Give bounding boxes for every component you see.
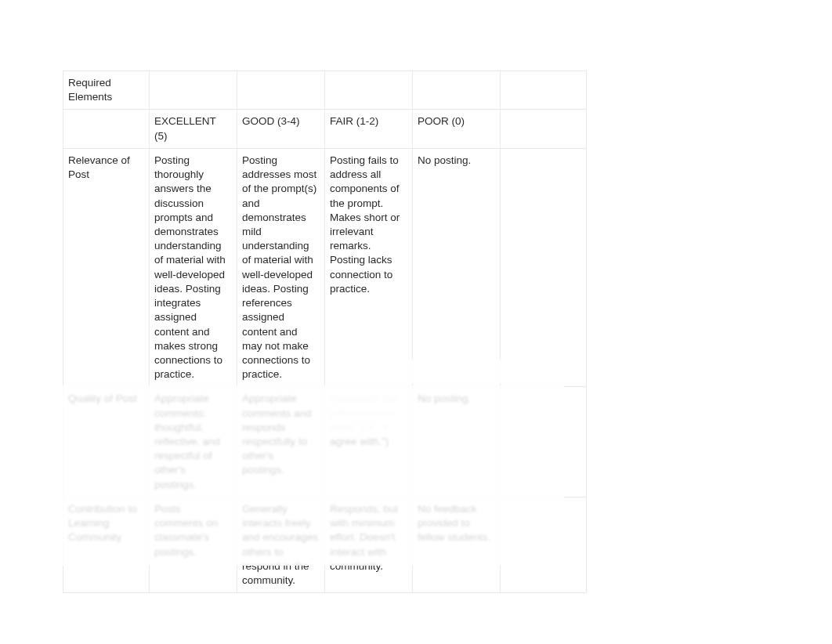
criteria-label: Relevance of Post bbox=[63, 148, 150, 387]
empty-cell bbox=[501, 387, 587, 497]
rubric-row-contribution: Contribution to Learning Community Posts… bbox=[63, 497, 587, 592]
cell-fair: Responds, but with minimum effort. Doesn… bbox=[325, 497, 413, 592]
cell-poor: No posting. bbox=[413, 148, 501, 387]
level-fair: FAIR (1-2) bbox=[325, 110, 413, 148]
cell-good: Posting addresses most of the prompt(s) … bbox=[237, 148, 325, 387]
header-row: Required Elements bbox=[63, 71, 587, 110]
cell-poor: No feedback provided to fellow students. bbox=[413, 497, 501, 592]
cell-good: Appropriate comments and responds respec… bbox=[237, 387, 325, 497]
cell-fair: Posting fails to address all components … bbox=[325, 148, 413, 387]
empty-cell bbox=[501, 497, 587, 592]
criteria-label: Contribution to Learning Community bbox=[63, 497, 150, 592]
empty-cell bbox=[63, 110, 150, 148]
empty-cell bbox=[150, 71, 237, 110]
levels-row: EXCELLENT (5) GOOD (3-4) FAIR (1-2) POOR… bbox=[63, 110, 587, 148]
cell-excellent: Appropriate comments: thoughtful, reflec… bbox=[150, 387, 237, 497]
empty-cell bbox=[325, 71, 413, 110]
rubric-row-relevance: Relevance of Post Posting thoroughly ans… bbox=[63, 148, 587, 387]
empty-cell bbox=[501, 71, 587, 110]
rubric-row-quality: Quality of Post Appropriate comments: th… bbox=[63, 387, 587, 497]
cell-poor: No posting. bbox=[413, 387, 501, 497]
level-good: GOOD (3-4) bbox=[237, 110, 325, 148]
level-poor: POOR (0) bbox=[413, 110, 501, 148]
empty-cell bbox=[501, 110, 587, 148]
criteria-label: Quality of Post bbox=[63, 387, 150, 497]
rubric-table: Required Elements EXCELLENT (5) GOOD (3-… bbox=[63, 71, 587, 593]
criteria-header: Required Elements bbox=[63, 71, 150, 110]
cell-excellent: Posting thoroughly answers the discussio… bbox=[150, 148, 237, 387]
cell-fair: Responds, but with minimum effort. (i.e.… bbox=[325, 387, 413, 497]
empty-cell bbox=[237, 71, 325, 110]
empty-cell bbox=[413, 71, 501, 110]
cell-good: Generally interacts freely and encourage… bbox=[237, 497, 325, 592]
level-excellent: EXCELLENT (5) bbox=[150, 110, 237, 148]
empty-cell bbox=[501, 148, 587, 387]
cell-excellent: Posts comments on classmate's postings. bbox=[150, 497, 237, 592]
